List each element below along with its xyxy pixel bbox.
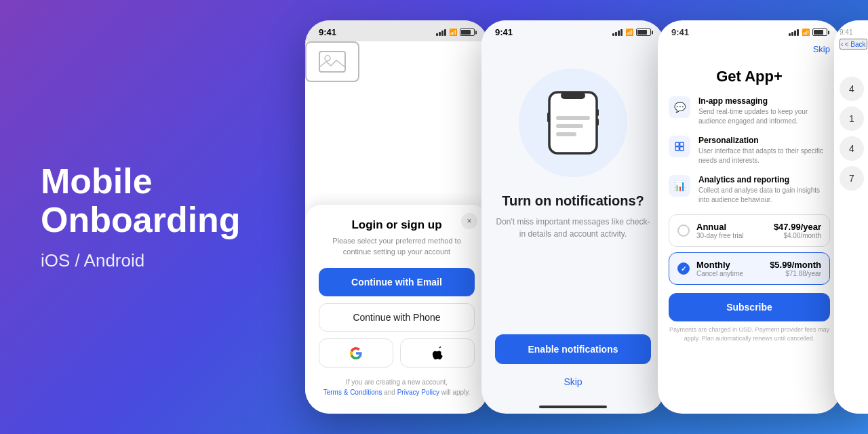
time-4: 9:41 <box>840 28 868 36</box>
image-placeholder <box>305 41 359 82</box>
google-icon <box>350 347 362 359</box>
modal-close-button[interactable]: × <box>461 213 477 229</box>
subscription-disclaimer: Payments are charged in USD. Payment pro… <box>669 326 830 342</box>
key-1[interactable]: 1 <box>840 106 864 131</box>
phone-illustration <box>519 68 627 177</box>
phone-top-image <box>305 41 488 82</box>
numpad-column: 4 1 4 7 <box>840 77 868 191</box>
notif-title: Turn on notifications? <box>502 193 644 209</box>
annual-plan-info: Annual 30-day free trial <box>696 222 743 239</box>
back-button[interactable]: ‹ < Back <box>840 39 867 50</box>
modal-title: Login or sign up <box>319 218 475 232</box>
key-7[interactable]: 7 <box>840 166 864 191</box>
svg-rect-9 <box>597 119 599 125</box>
subscription-content: Get App+ 💬 In-app messaging Send real-ti… <box>658 57 841 349</box>
social-buttons <box>319 338 475 368</box>
status-bar-1: 9:41 📶 <box>305 20 488 41</box>
battery-icon-1 <box>460 28 475 36</box>
numpad-partial: 4 1 4 7 <box>840 77 868 191</box>
annual-price-sub: $4.00/month <box>774 232 821 239</box>
annual-price-main: $47.99/year <box>774 222 821 232</box>
monthly-plan[interactable]: Monthly Cancel anytime $5.99/month $71.8… <box>669 252 830 285</box>
phone-4-partial: 9:41 ‹ < Back 4 1 4 7 <box>834 20 868 414</box>
analytics-desc: Collect and analyse data to gain insight… <box>698 186 830 205</box>
notif-desc: Don't miss important messages like check… <box>495 216 651 240</box>
phone-2-notifications: 9:41 📶 <box>481 20 665 414</box>
status-icons-3: 📶 <box>789 28 827 36</box>
skip-notifications-button[interactable]: Skip <box>559 372 586 391</box>
svg-rect-0 <box>319 52 345 72</box>
wifi-icon-3: 📶 <box>802 28 810 36</box>
analytics-title: Analytics and reporting <box>698 175 830 184</box>
svg-rect-2 <box>549 92 597 153</box>
monthly-price-main: $5.99/month <box>770 260 821 270</box>
status-icons-2: 📶 <box>612 28 651 36</box>
email-button[interactable]: Continue with Email <box>319 268 475 296</box>
monthly-price: $5.99/month $71.88/year <box>770 260 821 277</box>
svg-rect-10 <box>675 142 679 146</box>
analytics-icon: 📊 <box>669 175 690 197</box>
key-4[interactable]: 4 <box>840 77 864 101</box>
enable-notifications-button[interactable]: Enable notifications <box>495 334 651 364</box>
terms-link[interactable]: Terms & Conditions <box>323 389 382 396</box>
messaging-title: In-app messaging <box>698 96 830 106</box>
login-modal: × Login or sign up Please select your pr… <box>305 205 488 414</box>
home-indicator-2 <box>539 406 607 408</box>
subscribe-button[interactable]: Subscribe <box>669 293 830 321</box>
google-button[interactable] <box>319 338 393 368</box>
messaging-icon: 💬 <box>669 96 690 118</box>
chevron-left-icon: ‹ <box>841 40 844 48</box>
messaging-desc: Send real-time updates to keep your audi… <box>698 107 830 126</box>
svg-rect-11 <box>680 142 684 146</box>
annual-plan[interactable]: Annual 30-day free trial $47.99/year $4.… <box>669 214 830 247</box>
apple-button[interactable] <box>400 338 475 368</box>
battery-icon-2 <box>636 28 651 36</box>
svg-rect-12 <box>675 147 679 151</box>
wifi-icon-2: 📶 <box>625 28 633 36</box>
hero-title: MobileOnboarding <box>41 162 241 239</box>
feature-personalization-text: Personalization User interface that adap… <box>698 136 830 165</box>
feature-messaging: 💬 In-app messaging Send real-time update… <box>669 96 830 126</box>
annual-price: $47.99/year $4.00/month <box>774 222 821 239</box>
hero-section: MobileOnboarding iOS / Android <box>41 162 241 271</box>
svg-rect-13 <box>680 147 684 151</box>
wifi-icon-1: 📶 <box>449 28 457 36</box>
phone-3-subscription: 9:41 📶 Skip Get App+ 💬 <box>658 20 841 414</box>
annual-trial: 30-day free trial <box>696 232 743 239</box>
svg-rect-7 <box>547 113 549 122</box>
skip-subscription-button[interactable]: Skip <box>813 44 830 54</box>
modal-subtitle: Please select your preferred method to c… <box>319 236 475 257</box>
phone-1-login: 9:41 📶 <box>305 20 488 414</box>
svg-rect-4 <box>556 116 590 120</box>
hero-subtitle: iOS / Android <box>41 251 241 272</box>
phone-graphic <box>532 82 614 163</box>
personalization-title: Personalization <box>698 136 830 145</box>
svg-rect-3 <box>561 92 585 99</box>
status-icons-1: 📶 <box>436 28 475 36</box>
monthly-plan-left: Monthly Cancel anytime <box>677 260 743 277</box>
key-4b[interactable]: 4 <box>840 136 864 161</box>
monthly-name: Monthly <box>696 260 743 270</box>
annual-name: Annual <box>696 222 743 232</box>
status-bar-2: 9:41 📶 <box>481 20 665 41</box>
annual-plan-left: Annual 30-day free trial <box>677 222 743 239</box>
privacy-link[interactable]: Privacy Policy <box>397 389 439 396</box>
feature-messaging-text: In-app messaging Send real-time updates … <box>698 96 830 126</box>
svg-rect-5 <box>556 124 583 128</box>
annual-radio <box>677 224 690 237</box>
feature-analytics-text: Analytics and reporting Collect and anal… <box>698 175 830 205</box>
modal-footer: If you are creating a new account, Terms… <box>319 377 475 397</box>
monthly-cancel: Cancel anytime <box>696 270 743 277</box>
svg-point-1 <box>325 56 330 61</box>
monthly-radio <box>677 262 690 275</box>
svg-rect-8 <box>597 109 599 116</box>
apple-icon <box>432 347 443 359</box>
signal-icon-2 <box>612 29 623 36</box>
notification-content: Turn on notifications? Don't miss import… <box>481 41 665 405</box>
personalization-desc: User interface that adapts to their spec… <box>698 146 830 165</box>
phone-button[interactable]: Continue with Phone <box>319 303 475 332</box>
signal-icon-3 <box>789 29 799 36</box>
time-3: 9:41 <box>671 27 689 37</box>
feature-personalization: Personalization User interface that adap… <box>669 136 830 165</box>
monthly-plan-info: Monthly Cancel anytime <box>696 260 743 277</box>
